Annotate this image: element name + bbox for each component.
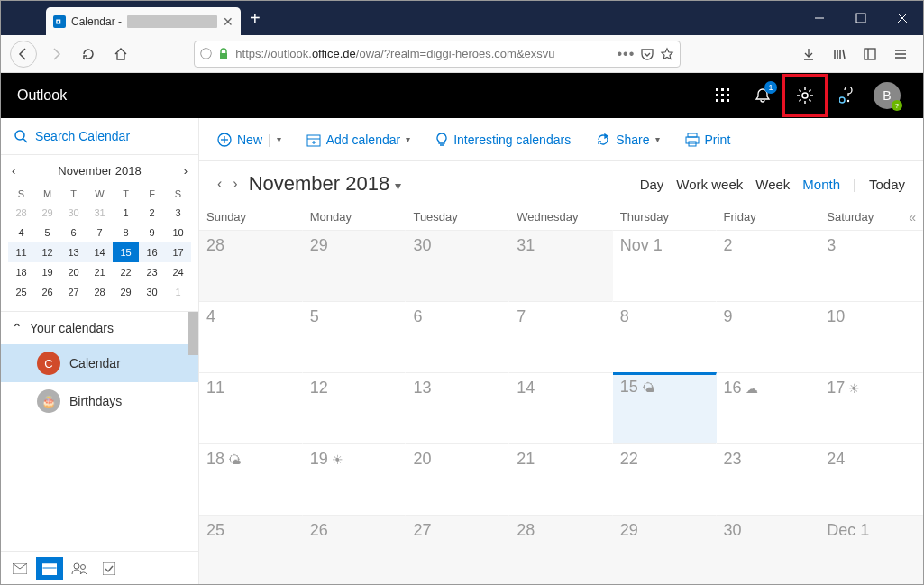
window-maximize-button[interactable]	[840, 1, 882, 35]
settings-button[interactable]	[782, 74, 828, 117]
pocket-icon[interactable]	[640, 47, 654, 61]
today-button[interactable]: Today	[869, 177, 905, 192]
chevron-down-icon[interactable]: ▾	[655, 134, 660, 144]
mini-day[interactable]: 4	[8, 223, 34, 242]
day-cell[interactable]: 11	[199, 372, 303, 443]
mini-day[interactable]: 14	[87, 242, 113, 262]
home-button[interactable]	[107, 41, 134, 68]
info-icon[interactable]: ⓘ	[200, 46, 212, 62]
next-month-button[interactable]: ›	[184, 164, 188, 178]
prev-month-button[interactable]: ‹	[12, 164, 15, 178]
downloads-button[interactable]	[795, 41, 822, 68]
window-minimize-button[interactable]	[799, 1, 840, 35]
day-cell[interactable]: 2	[717, 230, 820, 301]
tasks-module-button[interactable]	[96, 557, 123, 580]
view-workweek[interactable]: Work week	[676, 177, 743, 192]
back-button[interactable]	[10, 41, 37, 68]
mini-day[interactable]: 5	[34, 223, 60, 242]
mini-day[interactable]: 1	[113, 203, 139, 223]
day-cell[interactable]: 9	[717, 301, 820, 372]
prev-period-button[interactable]: ‹	[217, 176, 222, 192]
new-event-button[interactable]: New|▾	[217, 133, 281, 147]
mini-day[interactable]: 28	[8, 203, 34, 223]
day-cell[interactable]: 24	[819, 443, 923, 515]
day-cell[interactable]: 10	[819, 301, 923, 372]
mini-day[interactable]: 30	[139, 282, 165, 302]
reload-button[interactable]	[75, 41, 102, 68]
calendar-list-item[interactable]: CCalendar	[1, 344, 198, 382]
forward-button[interactable]	[42, 41, 69, 68]
mini-day[interactable]: 20	[60, 262, 87, 282]
mini-day[interactable]: 22	[113, 262, 139, 282]
share-button[interactable]: Share▾	[596, 133, 659, 147]
mini-day[interactable]: 6	[60, 223, 87, 242]
app-launcher-button[interactable]	[703, 76, 743, 115]
browser-tab[interactable]: Calendar - ✕	[46, 7, 241, 35]
library-button[interactable]	[826, 41, 853, 68]
mini-day[interactable]: 30	[60, 203, 87, 223]
day-cell[interactable]: 6	[406, 301, 509, 372]
mini-day[interactable]: 25	[8, 282, 34, 302]
day-cell[interactable]: 30	[717, 515, 820, 585]
day-cell[interactable]: 22	[613, 443, 717, 515]
mini-day[interactable]: 24	[165, 262, 191, 282]
mini-day[interactable]: 29	[113, 282, 139, 302]
day-cell[interactable]: Dec 1	[819, 515, 923, 585]
mini-day[interactable]: 21	[87, 262, 113, 282]
day-cell[interactable]: 28	[199, 230, 303, 301]
mini-day[interactable]: 13	[60, 242, 87, 262]
address-bar[interactable]: ⓘ https://outlook.office.de/owa/?realm=d…	[194, 41, 681, 68]
help-button[interactable]	[828, 76, 867, 115]
day-cell[interactable]: 28	[509, 515, 613, 585]
mini-day[interactable]: 3	[165, 203, 191, 223]
mini-day[interactable]: 2	[139, 203, 165, 223]
account-button[interactable]: B?	[867, 76, 907, 115]
day-cell[interactable]: 13	[406, 372, 509, 443]
day-cell[interactable]: 26	[303, 515, 407, 585]
day-cell[interactable]: 20	[406, 443, 509, 515]
mini-day[interactable]: 15	[113, 242, 139, 262]
mini-day[interactable]: 27	[60, 282, 87, 302]
search-calendar-input[interactable]: Search Calendar	[1, 118, 198, 155]
menu-button[interactable]	[887, 41, 914, 68]
day-cell[interactable]: 31	[509, 230, 613, 301]
mail-module-button[interactable]	[6, 557, 33, 580]
day-cell[interactable]: 29	[303, 230, 407, 301]
day-cell[interactable]: 21	[509, 443, 613, 515]
next-period-button[interactable]: ›	[233, 176, 237, 192]
day-cell[interactable]: 16☁	[717, 372, 820, 443]
day-cell[interactable]: 17☀	[819, 372, 923, 443]
chevron-down-icon[interactable]: ▾	[406, 134, 410, 144]
day-cell[interactable]: 3	[819, 230, 923, 301]
new-tab-button[interactable]: +	[241, 8, 270, 29]
mini-month-label[interactable]: November 2018	[58, 164, 142, 178]
bookmark-star-icon[interactable]	[660, 47, 674, 61]
calendar-list-item[interactable]: 🎂Birthdays	[1, 382, 198, 420]
mini-day[interactable]: 10	[165, 223, 191, 242]
calendar-module-button[interactable]	[36, 557, 63, 580]
month-title[interactable]: November 2018 ▾	[249, 172, 402, 196]
mini-day[interactable]: 31	[87, 203, 113, 223]
people-module-button[interactable]	[66, 557, 93, 580]
day-cell[interactable]: 19☀	[303, 443, 407, 515]
day-cell[interactable]: 27	[406, 515, 509, 585]
mini-day[interactable]: 7	[87, 223, 113, 242]
page-actions-icon[interactable]: •••	[618, 46, 636, 62]
mini-day[interactable]: 11	[8, 242, 34, 262]
day-cell[interactable]: 18🌤	[199, 443, 303, 515]
add-calendar-button[interactable]: Add calendar▾	[306, 133, 411, 147]
your-calendars-header[interactable]: ⌃ Your calendars	[1, 312, 198, 344]
day-cell[interactable]: 23	[717, 443, 820, 515]
day-cell[interactable]: 5	[303, 301, 407, 372]
day-cell[interactable]: 25	[199, 515, 303, 585]
view-month[interactable]: Month	[802, 177, 840, 192]
mini-day[interactable]: 9	[139, 223, 165, 242]
mini-day[interactable]: 26	[34, 282, 60, 302]
day-cell[interactable]: 14	[509, 372, 613, 443]
day-cell[interactable]: 8	[613, 301, 717, 372]
chevron-down-icon[interactable]: ▾	[277, 134, 281, 144]
day-cell[interactable]: 29	[613, 515, 717, 585]
mini-day[interactable]: 1	[165, 282, 191, 302]
print-button[interactable]: Print	[685, 133, 731, 147]
window-close-button[interactable]	[882, 1, 923, 35]
